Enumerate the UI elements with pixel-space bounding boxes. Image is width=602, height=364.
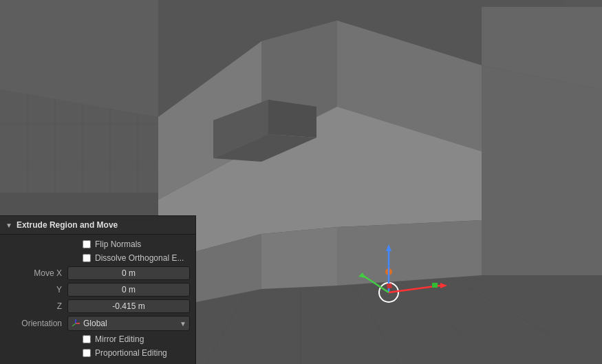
operator-panel: ▼ Extrude Region and Move Flip Normals D… xyxy=(0,215,196,364)
move-z-label: Z xyxy=(6,301,67,311)
flip-normals-row: Flip Normals xyxy=(0,237,195,251)
orientation-value: Global xyxy=(83,319,107,328)
svg-rect-49 xyxy=(432,283,438,288)
svg-rect-48 xyxy=(387,283,392,289)
proportional-editing-row: Proportional Editing xyxy=(0,346,195,360)
mirror-editing-label[interactable]: Mirror Editing xyxy=(95,334,144,344)
panel-body: Flip Normals Dissolve Orthogonal E... Mo… xyxy=(0,235,195,364)
svg-marker-36 xyxy=(337,220,482,286)
mirror-editing-checkbox[interactable] xyxy=(83,335,91,343)
svg-marker-35 xyxy=(261,227,337,289)
orientation-row: Orientation Global ▼ xyxy=(0,314,195,332)
svg-marker-37 xyxy=(482,65,602,275)
move-z-input[interactable] xyxy=(67,299,190,313)
move-x-row: Move X xyxy=(0,265,195,281)
orientation-dropdown[interactable]: Global ▼ xyxy=(67,316,190,331)
orientation-select-content: Global xyxy=(71,319,107,328)
move-x-label: Move X xyxy=(6,268,67,278)
move-z-row: Z xyxy=(0,298,195,314)
move-y-label: Y xyxy=(6,285,67,295)
move-y-row: Y xyxy=(0,281,195,298)
move-y-input[interactable] xyxy=(67,283,190,297)
panel-header[interactable]: ▼ Extrude Region and Move xyxy=(0,216,195,235)
panel-title: Extrude Region and Move xyxy=(17,220,118,230)
orientation-label: Orientation xyxy=(6,319,67,328)
svg-line-52 xyxy=(72,323,76,326)
chevron-down-icon: ▼ xyxy=(180,320,186,328)
dissolve-orthogonal-label[interactable]: Dissolve Orthogonal E... xyxy=(95,253,184,263)
proportional-editing-checkbox[interactable] xyxy=(83,349,91,357)
move-x-input[interactable] xyxy=(67,266,190,280)
dissolve-orthogonal-row: Dissolve Orthogonal E... xyxy=(0,251,195,265)
proportional-editing-label[interactable]: Proportional Editing xyxy=(95,348,167,358)
dissolve-orthogonal-checkbox[interactable] xyxy=(83,254,91,262)
flip-normals-label[interactable]: Flip Normals xyxy=(95,239,141,249)
panel-collapse-arrow: ▼ xyxy=(6,222,12,229)
orientation-icon xyxy=(71,319,80,328)
mirror-editing-row: Mirror Editing xyxy=(0,332,195,346)
flip-normals-checkbox[interactable] xyxy=(83,240,91,248)
